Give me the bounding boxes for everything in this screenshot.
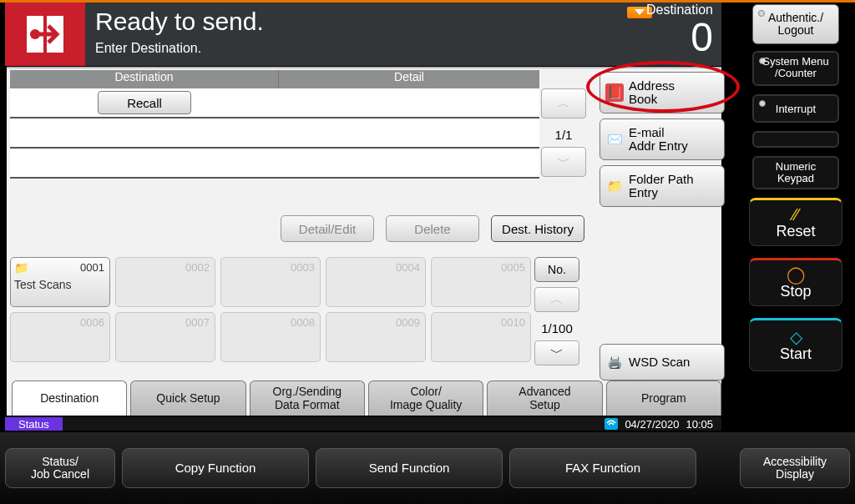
chevron-down-icon: ﹀ — [550, 345, 564, 362]
reset-label: Reset — [776, 223, 815, 240]
quickdial-number: 0001 — [80, 261, 104, 274]
quickdial-slot: 0010 — [431, 312, 531, 362]
tab-destination[interactable]: Destination — [12, 381, 127, 416]
scroll-up-button[interactable]: ︿ — [534, 287, 579, 312]
tab-label: Org./Sending Data Format — [273, 386, 342, 411]
chevron-up-icon: ︿ — [550, 291, 564, 309]
accessibility-button[interactable]: Accessibility Display — [740, 448, 850, 488]
destination-page: 1/1 — [541, 122, 586, 147]
copy-function-button[interactable]: Copy Function — [122, 448, 309, 488]
scroll-down-button[interactable]: ﹀ — [541, 147, 586, 177]
numeric-keypad-label: Numeric Keypad — [776, 161, 816, 185]
fax-function-button[interactable]: FAX Function — [509, 448, 696, 488]
address-book-label: Address Book — [629, 79, 675, 107]
folder-entry-button[interactable]: 📁 Folder Path Entry — [600, 165, 725, 207]
tab-label: Color/ Image Quality — [390, 386, 462, 411]
quickdial-page: 1/100 — [534, 315, 579, 340]
wifi-icon — [605, 418, 618, 430]
email-icon: ✉️ — [605, 130, 624, 149]
quickdial-number: 0004 — [396, 261, 420, 274]
quickdial-label: Test Scans — [14, 278, 71, 291]
interrupt-button[interactable]: Interrupt — [752, 94, 839, 123]
email-entry-label: E-mail Addr Entry — [629, 126, 688, 154]
status-bar: Status 04/27/2020 10:05 — [5, 417, 721, 431]
quickdial-scroll: No. ︿ 1/100 ﹀ — [534, 257, 581, 369]
quickdial-slot: 0002 — [115, 257, 215, 307]
right-rail: Authentic./ Logout System Menu /Counter … — [740, 4, 852, 416]
table-row[interactable]: Recall — [10, 88, 539, 118]
send-mode-icon — [5, 3, 85, 66]
delete-button[interactable]: Delete — [386, 215, 479, 242]
scroll-up-button[interactable]: ︿ — [541, 88, 586, 118]
stop-label: Stop — [780, 283, 811, 300]
wsd-scan-button[interactable]: 🖨️ WSD Scan — [600, 344, 725, 381]
auth-logout-button[interactable]: Authentic./ Logout — [752, 4, 839, 44]
page-title: Ready to send. — [95, 8, 264, 36]
reset-icon: ⁄⁄ — [793, 206, 799, 223]
page-subtitle: Enter Destination. — [95, 41, 264, 56]
detail-edit-button[interactable]: Detail/Edit — [281, 215, 374, 242]
quickdial-slot: 0006 — [10, 312, 110, 362]
tab-label: Destination — [40, 392, 99, 405]
folder-icon: 📁 — [14, 261, 28, 275]
system-menu-label: System Menu /Counter — [762, 56, 828, 80]
quickdial-slot: 0003 — [220, 257, 321, 307]
status-time: 10:05 — [686, 418, 713, 431]
destination-count: 0 — [646, 18, 713, 58]
col-destination: Destination — [10, 70, 279, 88]
tab-label: Program — [641, 392, 686, 405]
quickdial-number: 0006 — [80, 316, 104, 329]
quickdial-slot[interactable]: 📁0001Test Scans — [10, 257, 110, 307]
status-date: 04/27/2020 — [625, 418, 679, 431]
quickdial-grid: 📁0001Test Scans0002000300040005000600070… — [10, 257, 531, 362]
entry-column: 📕 Address Book ✉️ E-mail Addr Entry 📁 Fo… — [600, 72, 725, 212]
tab-label: Advanced Setup — [519, 386, 570, 411]
tab-color-quality[interactable]: Color/ Image Quality — [368, 381, 483, 416]
quickdial-slot: 0009 — [326, 312, 426, 362]
stop-icon: ◯ — [787, 266, 805, 283]
system-menu-button[interactable]: System Menu /Counter — [752, 51, 839, 86]
quickdial-slot: 0004 — [326, 257, 426, 307]
destination-table: Recall — [10, 88, 539, 179]
quickdial-number: 0008 — [291, 316, 315, 329]
tab-advanced[interactable]: Advanced Setup — [487, 381, 602, 416]
dest-history-button[interactable]: Dest. History — [491, 215, 584, 242]
start-button[interactable]: ◇ Start — [749, 318, 842, 371]
status-job-cancel-button[interactable]: Status/ Job Cancel — [5, 448, 115, 488]
chevron-down-icon: ﹀ — [557, 154, 570, 171]
bottom-tabs: Destination Quick Setup Org./Sending Dat… — [7, 381, 721, 416]
reset-button[interactable]: ⁄⁄ Reset — [749, 198, 842, 246]
blank-button[interactable] — [752, 131, 839, 148]
recall-button[interactable]: Recall — [98, 91, 191, 114]
quickdial-number: 0009 — [396, 316, 420, 329]
table-row[interactable] — [10, 118, 539, 149]
table-header: Destination Detail — [10, 70, 539, 88]
tab-org-sending[interactable]: Org./Sending Data Format — [250, 381, 365, 416]
label: Accessibility Display — [763, 456, 827, 481]
table-row[interactable] — [10, 149, 539, 179]
quickdial-number: 0002 — [185, 261, 210, 274]
quickdial-number-button[interactable]: No. — [534, 257, 579, 282]
destination-scroll: ︿ 1/1 ﹀ — [541, 88, 588, 180]
quickdial-slot: 0008 — [220, 312, 321, 362]
wsd-scan-label: WSD Scan — [629, 355, 690, 370]
email-entry-button[interactable]: ✉️ E-mail Addr Entry — [600, 118, 725, 160]
svg-point-2 — [30, 29, 40, 39]
send-function-button[interactable]: Send Function — [316, 448, 503, 488]
interrupt-label: Interrupt — [776, 103, 816, 115]
status-tag[interactable]: Status — [5, 417, 63, 431]
quickdial-number: 0005 — [501, 261, 525, 274]
address-book-button[interactable]: 📕 Address Book — [600, 72, 725, 113]
led-icon — [759, 100, 766, 107]
folder-icon: 📁 — [605, 177, 624, 195]
numeric-keypad-button[interactable]: Numeric Keypad — [752, 156, 839, 189]
auth-logout-label: Authentic./ Logout — [768, 12, 823, 38]
label: Status/ Job Cancel — [31, 456, 89, 481]
header: Ready to send. Enter Destination. Destin… — [5, 3, 721, 66]
quickdial-slot: 0005 — [431, 257, 531, 307]
tab-program[interactable]: Program — [606, 381, 721, 416]
scroll-down-button[interactable]: ﹀ — [534, 340, 579, 365]
tab-quick-setup[interactable]: Quick Setup — [130, 381, 245, 416]
chevron-up-icon: ︿ — [557, 95, 570, 113]
stop-button[interactable]: ◯ Stop — [749, 258, 842, 306]
